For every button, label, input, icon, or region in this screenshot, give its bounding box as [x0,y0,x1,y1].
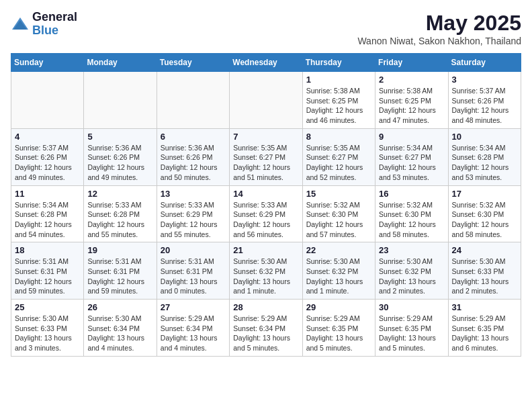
day-info: Sunrise: 5:32 AMSunset: 6:30 PMDaylight:… [379,200,444,240]
day-cell [230,72,302,129]
header: General Blue May 2025 Wanon Niwat, Sakon… [11,11,521,46]
weekday-header-sunday: Sunday [11,54,84,72]
day-number: 5 [87,132,152,142]
day-cell: 23Sunrise: 5:30 AMSunset: 6:32 PMDayligh… [375,242,448,300]
weekday-header-saturday: Saturday [448,54,521,72]
day-cell: 28Sunrise: 5:29 AMSunset: 6:34 PMDayligh… [230,300,302,357]
day-number: 15 [306,189,371,199]
day-cell: 19Sunrise: 5:31 AMSunset: 6:31 PMDayligh… [84,242,157,300]
day-number: 14 [233,189,298,199]
day-info: Sunrise: 5:33 AMSunset: 6:28 PMDaylight:… [87,200,152,240]
day-cell: 30Sunrise: 5:29 AMSunset: 6:35 PMDayligh… [375,300,448,357]
day-cell: 9Sunrise: 5:34 AMSunset: 6:27 PMDaylight… [375,128,448,185]
month-title: May 2025 [357,11,521,36]
day-cell: 14Sunrise: 5:33 AMSunset: 6:29 PMDayligh… [230,185,302,242]
day-number: 18 [15,245,80,255]
day-cell: 21Sunrise: 5:30 AMSunset: 6:32 PMDayligh… [230,242,302,300]
day-cell: 17Sunrise: 5:32 AMSunset: 6:30 PMDayligh… [448,185,521,242]
day-number: 26 [87,302,152,312]
day-number: 11 [15,189,80,199]
week-row-5: 25Sunrise: 5:30 AMSunset: 6:33 PMDayligh… [11,300,521,357]
day-number: 20 [161,245,226,255]
day-info: Sunrise: 5:35 AMSunset: 6:27 PMDaylight:… [233,143,298,183]
title-area: May 2025 Wanon Niwat, Sakon Nakhon, Thai… [357,11,521,46]
day-cell [157,72,229,129]
day-number: 23 [379,245,444,255]
day-info: Sunrise: 5:29 AMSunset: 6:35 PMDaylight:… [306,314,371,353]
day-cell: 12Sunrise: 5:33 AMSunset: 6:28 PMDayligh… [84,185,157,242]
day-number: 29 [306,302,371,312]
logo-icon [11,15,30,34]
day-cell: 27Sunrise: 5:29 AMSunset: 6:34 PMDayligh… [157,300,229,357]
logo: General Blue [11,11,77,38]
day-number: 27 [161,302,226,312]
day-cell: 31Sunrise: 5:29 AMSunset: 6:35 PMDayligh… [448,300,521,357]
day-number: 19 [87,245,152,255]
day-number: 8 [306,132,371,142]
day-info: Sunrise: 5:30 AMSunset: 6:32 PMDaylight:… [306,257,371,296]
day-cell: 20Sunrise: 5:31 AMSunset: 6:31 PMDayligh… [157,242,229,300]
day-number: 28 [233,302,298,312]
day-cell: 24Sunrise: 5:30 AMSunset: 6:33 PMDayligh… [448,242,521,300]
day-info: Sunrise: 5:35 AMSunset: 6:27 PMDaylight:… [306,143,371,183]
day-info: Sunrise: 5:29 AMSunset: 6:35 PMDaylight:… [379,314,444,353]
day-info: Sunrise: 5:33 AMSunset: 6:29 PMDaylight:… [233,200,298,240]
day-number: 12 [87,189,152,199]
day-cell [84,72,157,129]
calendar-table: SundayMondayTuesdayWednesdayThursdayFrid… [11,53,521,357]
week-row-3: 11Sunrise: 5:34 AMSunset: 6:28 PMDayligh… [11,185,521,242]
week-row-1: 1Sunrise: 5:38 AMSunset: 6:25 PMDaylight… [11,72,521,129]
location-title: Wanon Niwat, Sakon Nakhon, Thailand [357,36,521,46]
day-info: Sunrise: 5:32 AMSunset: 6:30 PMDaylight:… [306,200,371,240]
day-number: 22 [306,245,371,255]
day-info: Sunrise: 5:29 AMSunset: 6:34 PMDaylight:… [161,314,226,353]
day-cell: 22Sunrise: 5:30 AMSunset: 6:32 PMDayligh… [302,242,375,300]
weekday-header-friday: Friday [375,54,448,72]
day-info: Sunrise: 5:30 AMSunset: 6:33 PMDaylight:… [15,314,80,353]
day-info: Sunrise: 5:30 AMSunset: 6:32 PMDaylight:… [379,257,444,296]
day-number: 30 [379,302,444,312]
day-number: 6 [161,132,226,142]
day-number: 3 [452,75,517,85]
day-info: Sunrise: 5:37 AMSunset: 6:26 PMDaylight:… [452,86,517,126]
day-info: Sunrise: 5:34 AMSunset: 6:28 PMDaylight:… [15,200,80,240]
day-number: 7 [233,132,298,142]
day-cell: 13Sunrise: 5:33 AMSunset: 6:29 PMDayligh… [157,185,229,242]
week-row-4: 18Sunrise: 5:31 AMSunset: 6:31 PMDayligh… [11,242,521,300]
logo-general: General [32,11,77,24]
weekday-header-wednesday: Wednesday [230,54,302,72]
week-row-2: 4Sunrise: 5:37 AMSunset: 6:26 PMDaylight… [11,128,521,185]
day-info: Sunrise: 5:34 AMSunset: 6:27 PMDaylight:… [379,143,444,183]
weekday-header-tuesday: Tuesday [157,54,229,72]
day-info: Sunrise: 5:29 AMSunset: 6:34 PMDaylight:… [233,314,298,353]
logo-text: General Blue [32,11,77,38]
day-cell: 6Sunrise: 5:36 AMSunset: 6:26 PMDaylight… [157,128,229,185]
day-number: 31 [452,302,517,312]
day-info: Sunrise: 5:31 AMSunset: 6:31 PMDaylight:… [15,257,80,296]
logo-blue: Blue [32,24,77,38]
day-number: 21 [233,245,298,255]
day-cell: 2Sunrise: 5:38 AMSunset: 6:25 PMDaylight… [375,72,448,129]
day-cell: 29Sunrise: 5:29 AMSunset: 6:35 PMDayligh… [302,300,375,357]
day-cell: 25Sunrise: 5:30 AMSunset: 6:33 PMDayligh… [11,300,84,357]
day-cell: 7Sunrise: 5:35 AMSunset: 6:27 PMDaylight… [230,128,302,185]
day-info: Sunrise: 5:29 AMSunset: 6:35 PMDaylight:… [452,314,517,353]
day-cell: 15Sunrise: 5:32 AMSunset: 6:30 PMDayligh… [302,185,375,242]
weekday-header-row: SundayMondayTuesdayWednesdayThursdayFrid… [11,54,521,72]
day-cell: 4Sunrise: 5:37 AMSunset: 6:26 PMDaylight… [11,128,84,185]
day-info: Sunrise: 5:38 AMSunset: 6:25 PMDaylight:… [379,86,444,126]
day-cell: 11Sunrise: 5:34 AMSunset: 6:28 PMDayligh… [11,185,84,242]
day-info: Sunrise: 5:36 AMSunset: 6:26 PMDaylight:… [87,143,152,183]
day-info: Sunrise: 5:36 AMSunset: 6:26 PMDaylight:… [161,143,226,183]
day-cell: 18Sunrise: 5:31 AMSunset: 6:31 PMDayligh… [11,242,84,300]
day-info: Sunrise: 5:31 AMSunset: 6:31 PMDaylight:… [161,257,226,296]
weekday-header-monday: Monday [84,54,157,72]
day-number: 17 [452,189,517,199]
day-number: 4 [15,132,80,142]
day-info: Sunrise: 5:33 AMSunset: 6:29 PMDaylight:… [161,200,226,240]
day-info: Sunrise: 5:32 AMSunset: 6:30 PMDaylight:… [452,200,517,240]
day-number: 2 [379,75,444,85]
day-number: 10 [452,132,517,142]
weekday-header-thursday: Thursday [302,54,375,72]
day-cell: 10Sunrise: 5:34 AMSunset: 6:28 PMDayligh… [448,128,521,185]
